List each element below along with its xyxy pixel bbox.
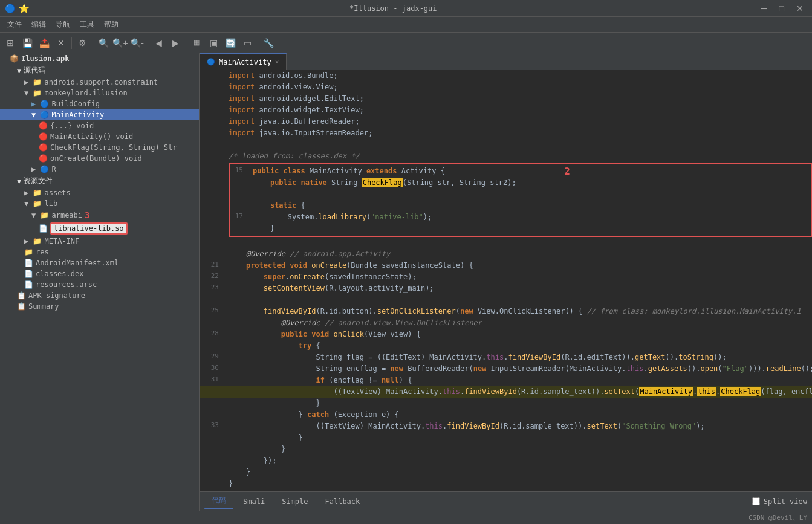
sidebar-item-r[interactable]: ▶ 🔵 R bbox=[0, 164, 199, 175]
code-line: import android.view.View; bbox=[200, 82, 812, 93]
sidebar-item-apk[interactable]: 📦 Ilusion.apk bbox=[0, 53, 199, 64]
classes-dex-icon: 📄 bbox=[24, 270, 33, 278]
tab-fallback[interactable]: Fallback bbox=[317, 495, 367, 508]
sidebar-item-mainactivity[interactable]: ▼ 🔵 MainActivity bbox=[0, 109, 199, 120]
meta-inf-icon: ▶ 📁 bbox=[24, 237, 42, 245]
code-line: @Override // android.app.Activity bbox=[200, 248, 812, 260]
menu-edit[interactable]: 编辑 bbox=[27, 18, 51, 31]
menu-navigate[interactable]: 导航 bbox=[51, 18, 75, 31]
line-number bbox=[200, 478, 224, 479]
line-number: 22 bbox=[200, 271, 224, 280]
line-number bbox=[200, 409, 224, 410]
sidebar-item-apk-signature[interactable]: 📋 APK signature bbox=[0, 290, 199, 301]
maximize-button[interactable]: □ bbox=[776, 2, 788, 15]
line-content: public native String CheckFlag(String st… bbox=[248, 177, 811, 189]
line-number bbox=[200, 455, 224, 456]
menu-help[interactable]: 帮助 bbox=[99, 18, 123, 31]
tab-simple[interactable]: Simple bbox=[274, 495, 315, 508]
code-line: 17 System.loadLibrary("native-lib"); bbox=[230, 212, 811, 223]
line-content: String flag = ((EditText) MainActivity.t… bbox=[224, 352, 812, 363]
code-line: } bbox=[200, 467, 812, 478]
line-content: } bbox=[248, 223, 811, 235]
sidebar-item-libnative[interactable]: 📄 libnative-lib.so bbox=[0, 221, 199, 236]
toolbar-open[interactable]: ⊞ bbox=[2, 35, 18, 51]
toolbar-export[interactable]: 📤 bbox=[36, 35, 52, 51]
split-view-container[interactable]: Split view bbox=[752, 497, 807, 506]
line-content: @Override // android.view.View.OnClickLi… bbox=[224, 317, 812, 329]
toolbar-search[interactable]: 🔍 bbox=[96, 35, 111, 51]
line-content: try { bbox=[224, 340, 812, 352]
line-content: }); bbox=[224, 455, 812, 467]
code-line: import android.widget.EditText; bbox=[200, 93, 812, 105]
code-line: @Override // android.view.View.OnClickLi… bbox=[200, 317, 812, 329]
app-logo: 🔵 bbox=[5, 4, 15, 13]
sidebar-item-summary-label: Summary bbox=[28, 302, 59, 311]
code-line: 29 String flag = ((EditText) MainActivit… bbox=[200, 352, 812, 363]
sidebar-item-buildconfig[interactable]: ▶ 🔵 BuildConfig bbox=[0, 99, 199, 109]
monkeylord-icon: ▼ 📁 bbox=[24, 89, 42, 97]
close-button[interactable]: ✕ bbox=[793, 2, 807, 15]
menu-file[interactable]: 文件 bbox=[2, 18, 27, 31]
line-content: if (encflag != null) { bbox=[224, 375, 812, 386]
sidebar-item-source[interactable]: ▼ 源代码 bbox=[0, 64, 199, 77]
sidebar-item-monkeylord[interactable]: ▼ 📁 monkeylord.illusion bbox=[0, 88, 199, 99]
sidebar-item-checkflag[interactable]: 🔴 CheckFlag(String, String) Str bbox=[0, 142, 199, 153]
sidebar-item-constraint-label: android.support.constraint bbox=[44, 78, 158, 86]
sidebar-item-constructor[interactable]: 🔴 MainActivity() void bbox=[0, 131, 199, 142]
sidebar-item-meta-inf[interactable]: ▶ 📁 META-INF bbox=[0, 236, 199, 247]
toolbar-decompile[interactable]: ▦ bbox=[189, 35, 204, 51]
toolbar-view[interactable]: ▣ bbox=[206, 35, 221, 51]
sidebar-item-checkflag-label: CheckFlag(String, String) Str bbox=[50, 143, 177, 152]
toolbar-zoom-out[interactable]: 🔍- bbox=[129, 35, 145, 51]
sidebar-item-androidmanifest[interactable]: 📄 AndroidManifest.xml bbox=[0, 257, 199, 268]
sidebar-item-apk-label: Ilusion.apk bbox=[21, 54, 69, 63]
toolbar-back[interactable]: ◀ bbox=[151, 35, 166, 51]
toolbar-preferences[interactable]: ⚙ bbox=[74, 35, 90, 51]
sidebar-item-res[interactable]: 📁 res bbox=[0, 247, 199, 257]
tab-bar: 🔵 MainActivity × bbox=[200, 53, 812, 70]
tab-close-button[interactable]: × bbox=[275, 58, 279, 66]
tab-smali[interactable]: Smali bbox=[236, 495, 272, 508]
sidebar-item-armeabi[interactable]: ▼ 📁 armeabi 3 bbox=[0, 209, 199, 221]
sidebar-item-resources-arsc[interactable]: 📄 resources.arsc bbox=[0, 279, 199, 290]
toolbar-expand[interactable]: ▭ bbox=[239, 35, 255, 51]
line-number bbox=[200, 93, 224, 94]
minimize-button[interactable]: ─ bbox=[758, 2, 771, 15]
sidebar-item-oncreate[interactable]: 🔴 onCreate(Bundle) void bbox=[0, 153, 199, 164]
sidebar-item-classes-dex[interactable]: 📄 classes.dex bbox=[0, 268, 199, 279]
tab-mainactivity[interactable]: 🔵 MainActivity × bbox=[200, 53, 287, 70]
sidebar-item-lib[interactable]: ▼ 📁 lib bbox=[0, 198, 199, 209]
sidebar-item-constraint[interactable]: ▶ 📁 android.support.constraint bbox=[0, 77, 199, 88]
code-line: 25 findViewById(R.id.button).setOnClickL… bbox=[200, 306, 812, 317]
split-view-label: Split view bbox=[764, 497, 807, 506]
toolbar-zoom-in[interactable]: 🔍+ bbox=[112, 35, 128, 51]
toolbar-save[interactable]: 💾 bbox=[19, 35, 35, 51]
androidmanifest-icon: 📄 bbox=[24, 259, 33, 267]
lib-icon: ▼ 📁 bbox=[24, 199, 42, 208]
toolbar-close[interactable]: ✕ bbox=[53, 35, 69, 51]
titlebar-controls: ─ □ ✕ bbox=[758, 2, 807, 15]
main-layout: 📦 Ilusion.apk ▼ 源代码 ▶ 📁 android.support.… bbox=[0, 53, 812, 511]
code-line: 23 setContentView(R.layout.activity_main… bbox=[200, 283, 812, 294]
line-content: System.loadLibrary("native-lib"); bbox=[248, 212, 811, 223]
sidebar-item-summary[interactable]: 📋 Summary bbox=[0, 301, 199, 312]
line-content: super.onCreate(savedInstanceState); bbox=[224, 271, 812, 283]
sidebar[interactable]: 📦 Ilusion.apk ▼ 源代码 ▶ 📁 android.support.… bbox=[0, 53, 200, 511]
toolbar-refresh[interactable]: 🔄 bbox=[222, 35, 238, 51]
sidebar-item-resources[interactable]: ▼ 资源文件 bbox=[0, 175, 199, 187]
toolbar-settings[interactable]: 🔧 bbox=[261, 35, 276, 51]
app-icon2: ⭐ bbox=[19, 4, 29, 13]
code-line: 33 ((TextView) MainActivity.this.findVie… bbox=[200, 421, 812, 432]
annotation-3: 3 bbox=[85, 210, 89, 220]
sidebar-item-assets[interactable]: ▶ 📁 assets bbox=[0, 187, 199, 198]
line-content: import android.view.View; bbox=[224, 82, 812, 93]
code-line: } bbox=[200, 432, 812, 444]
split-view-checkbox[interactable] bbox=[752, 497, 760, 505]
tab-code[interactable]: 代码 bbox=[204, 493, 233, 509]
code-editor[interactable]: 2 import android.os.Bundle; import andro… bbox=[200, 70, 812, 491]
sidebar-item-void-method[interactable]: 🔴 {...} void bbox=[0, 120, 199, 131]
code-line: import java.io.BufferedReader; bbox=[200, 116, 812, 128]
menu-tools[interactable]: 工具 bbox=[75, 18, 99, 31]
toolbar-forward[interactable]: ▶ bbox=[167, 35, 183, 51]
sidebar-item-buildconfig-label: BuildConfig bbox=[51, 100, 99, 108]
